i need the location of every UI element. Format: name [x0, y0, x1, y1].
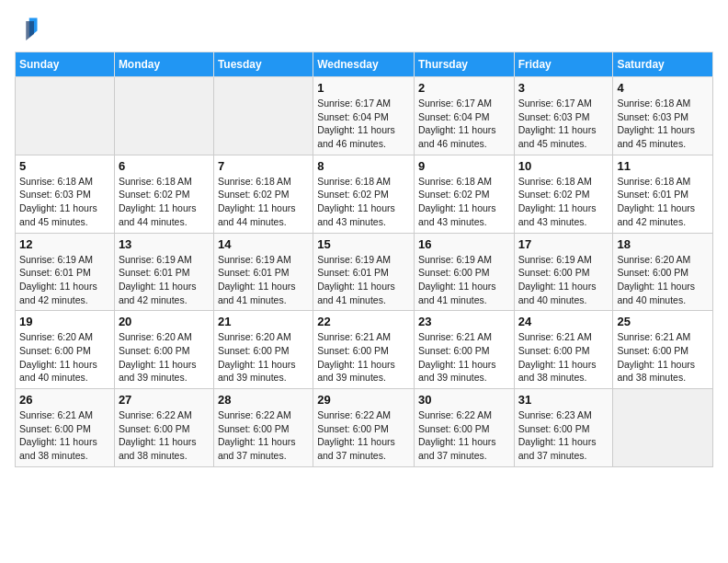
day-cell: 31Sunrise: 6:23 AM Sunset: 6:00 PM Dayli…: [514, 389, 613, 467]
day-info: Sunrise: 6:21 AM Sunset: 6:00 PM Dayligh…: [518, 330, 609, 385]
day-number: 17: [518, 237, 609, 251]
day-cell: 23Sunrise: 6:21 AM Sunset: 6:00 PM Dayli…: [414, 311, 514, 389]
day-cell: 9Sunrise: 6:18 AM Sunset: 6:02 PM Daylig…: [414, 155, 514, 233]
header-wednesday: Wednesday: [313, 52, 415, 77]
day-info: Sunrise: 6:21 AM Sunset: 6:00 PM Dayligh…: [617, 330, 709, 385]
day-info: Sunrise: 6:20 AM Sunset: 6:00 PM Dayligh…: [218, 330, 309, 385]
week-row-2: 5Sunrise: 6:18 AM Sunset: 6:03 PM Daylig…: [16, 155, 713, 233]
day-number: 18: [617, 237, 709, 251]
day-info: Sunrise: 6:18 AM Sunset: 6:02 PM Dayligh…: [418, 175, 510, 229]
day-number: 20: [119, 315, 210, 328]
day-info: Sunrise: 6:20 AM Sunset: 6:00 PM Dayligh…: [617, 253, 709, 307]
day-cell: 22Sunrise: 6:21 AM Sunset: 6:00 PM Dayli…: [313, 311, 415, 389]
day-cell: 14Sunrise: 6:19 AM Sunset: 6:01 PM Dayli…: [213, 233, 313, 311]
day-info: Sunrise: 6:22 AM Sunset: 6:00 PM Dayligh…: [218, 408, 309, 463]
day-info: Sunrise: 6:20 AM Sunset: 6:00 PM Dayligh…: [119, 330, 210, 385]
day-cell: 1Sunrise: 6:17 AM Sunset: 6:04 PM Daylig…: [313, 77, 415, 155]
day-cell: [16, 77, 115, 155]
day-number: 9: [418, 159, 510, 173]
day-cell: 3Sunrise: 6:17 AM Sunset: 6:03 PM Daylig…: [514, 77, 613, 155]
day-info: Sunrise: 6:19 AM Sunset: 6:01 PM Dayligh…: [119, 253, 210, 307]
calendar-header-row: SundayMondayTuesdayWednesdayThursdayFrid…: [16, 52, 713, 77]
day-cell: 24Sunrise: 6:21 AM Sunset: 6:00 PM Dayli…: [514, 311, 613, 389]
day-info: Sunrise: 6:17 AM Sunset: 6:04 PM Dayligh…: [418, 97, 510, 151]
day-number: 4: [617, 81, 709, 95]
day-cell: 30Sunrise: 6:22 AM Sunset: 6:00 PM Dayli…: [414, 389, 514, 467]
day-info: Sunrise: 6:18 AM Sunset: 6:02 PM Dayligh…: [518, 175, 609, 229]
day-number: 16: [418, 237, 510, 251]
header-thursday: Thursday: [414, 52, 514, 77]
day-info: Sunrise: 6:18 AM Sunset: 6:02 PM Dayligh…: [218, 175, 309, 229]
day-cell: 19Sunrise: 6:20 AM Sunset: 6:00 PM Dayli…: [16, 311, 115, 389]
svg-marker-1: [26, 21, 34, 40]
day-number: 15: [317, 237, 410, 251]
day-number: 21: [218, 315, 309, 328]
day-number: 6: [119, 159, 210, 173]
day-cell: 16Sunrise: 6:19 AM Sunset: 6:00 PM Dayli…: [414, 233, 514, 311]
day-info: Sunrise: 6:18 AM Sunset: 6:01 PM Dayligh…: [617, 175, 709, 229]
day-info: Sunrise: 6:19 AM Sunset: 6:00 PM Dayligh…: [518, 253, 609, 307]
header-sunday: Sunday: [16, 52, 115, 77]
day-number: 5: [19, 159, 110, 173]
day-number: 14: [218, 237, 309, 251]
day-cell: 20Sunrise: 6:20 AM Sunset: 6:00 PM Dayli…: [114, 311, 213, 389]
day-cell: 25Sunrise: 6:21 AM Sunset: 6:00 PM Dayli…: [613, 311, 713, 389]
day-number: 1: [317, 81, 410, 95]
header-friday: Friday: [514, 52, 613, 77]
day-number: 7: [218, 159, 309, 173]
day-cell: 2Sunrise: 6:17 AM Sunset: 6:04 PM Daylig…: [414, 77, 514, 155]
day-cell: 13Sunrise: 6:19 AM Sunset: 6:01 PM Dayli…: [114, 233, 213, 311]
day-cell: 28Sunrise: 6:22 AM Sunset: 6:00 PM Dayli…: [213, 389, 313, 467]
day-info: Sunrise: 6:21 AM Sunset: 6:00 PM Dayligh…: [317, 330, 410, 385]
week-row-4: 19Sunrise: 6:20 AM Sunset: 6:00 PM Dayli…: [16, 311, 713, 389]
day-cell: 12Sunrise: 6:19 AM Sunset: 6:01 PM Dayli…: [16, 233, 115, 311]
day-number: 28: [218, 393, 309, 407]
day-cell: 10Sunrise: 6:18 AM Sunset: 6:02 PM Dayli…: [514, 155, 613, 233]
day-number: 12: [19, 237, 110, 251]
header-tuesday: Tuesday: [213, 52, 313, 77]
day-number: 2: [418, 81, 510, 95]
day-number: 13: [119, 237, 210, 251]
day-number: 24: [518, 315, 609, 328]
day-info: Sunrise: 6:22 AM Sunset: 6:00 PM Dayligh…: [119, 408, 210, 463]
day-cell: 8Sunrise: 6:18 AM Sunset: 6:02 PM Daylig…: [313, 155, 415, 233]
day-cell: 6Sunrise: 6:18 AM Sunset: 6:02 PM Daylig…: [114, 155, 213, 233]
day-cell: 21Sunrise: 6:20 AM Sunset: 6:00 PM Dayli…: [213, 311, 313, 389]
day-cell: 7Sunrise: 6:18 AM Sunset: 6:02 PM Daylig…: [213, 155, 313, 233]
day-cell: 5Sunrise: 6:18 AM Sunset: 6:03 PM Daylig…: [16, 155, 115, 233]
day-number: 26: [19, 393, 110, 407]
day-cell: 18Sunrise: 6:20 AM Sunset: 6:00 PM Dayli…: [613, 233, 713, 311]
day-number: 31: [518, 393, 609, 407]
week-row-1: 1Sunrise: 6:17 AM Sunset: 6:04 PM Daylig…: [16, 77, 713, 155]
day-info: Sunrise: 6:18 AM Sunset: 6:03 PM Dayligh…: [617, 97, 709, 151]
day-info: Sunrise: 6:18 AM Sunset: 6:02 PM Dayligh…: [317, 175, 410, 229]
day-info: Sunrise: 6:19 AM Sunset: 6:00 PM Dayligh…: [418, 253, 510, 307]
calendar-table: SundayMondayTuesdayWednesdayThursdayFrid…: [15, 52, 713, 467]
day-number: 27: [119, 393, 210, 407]
day-number: 30: [418, 393, 510, 407]
day-cell: [114, 77, 213, 155]
day-info: Sunrise: 6:21 AM Sunset: 6:00 PM Dayligh…: [19, 408, 110, 463]
day-number: 25: [617, 315, 709, 328]
day-info: Sunrise: 6:19 AM Sunset: 6:01 PM Dayligh…: [317, 253, 410, 307]
day-info: Sunrise: 6:22 AM Sunset: 6:00 PM Dayligh…: [418, 408, 510, 463]
day-info: Sunrise: 6:17 AM Sunset: 6:04 PM Dayligh…: [317, 97, 410, 151]
day-number: 8: [317, 159, 410, 173]
day-cell: 17Sunrise: 6:19 AM Sunset: 6:00 PM Dayli…: [514, 233, 613, 311]
day-number: 23: [418, 315, 510, 328]
day-number: 11: [617, 159, 709, 173]
day-cell: 4Sunrise: 6:18 AM Sunset: 6:03 PM Daylig…: [613, 77, 713, 155]
day-info: Sunrise: 6:23 AM Sunset: 6:00 PM Dayligh…: [518, 408, 609, 463]
page-header: [15, 15, 713, 40]
header-monday: Monday: [114, 52, 213, 77]
day-cell: 11Sunrise: 6:18 AM Sunset: 6:01 PM Dayli…: [613, 155, 713, 233]
day-info: Sunrise: 6:22 AM Sunset: 6:00 PM Dayligh…: [317, 408, 410, 463]
day-cell: 15Sunrise: 6:19 AM Sunset: 6:01 PM Dayli…: [313, 233, 415, 311]
day-cell: 29Sunrise: 6:22 AM Sunset: 6:00 PM Dayli…: [313, 389, 415, 467]
logo-icon: [15, 15, 40, 40]
day-cell: 27Sunrise: 6:22 AM Sunset: 6:00 PM Dayli…: [114, 389, 213, 467]
day-info: Sunrise: 6:20 AM Sunset: 6:00 PM Dayligh…: [19, 330, 110, 385]
week-row-5: 26Sunrise: 6:21 AM Sunset: 6:00 PM Dayli…: [16, 389, 713, 467]
header-saturday: Saturday: [613, 52, 713, 77]
day-number: 22: [317, 315, 410, 328]
